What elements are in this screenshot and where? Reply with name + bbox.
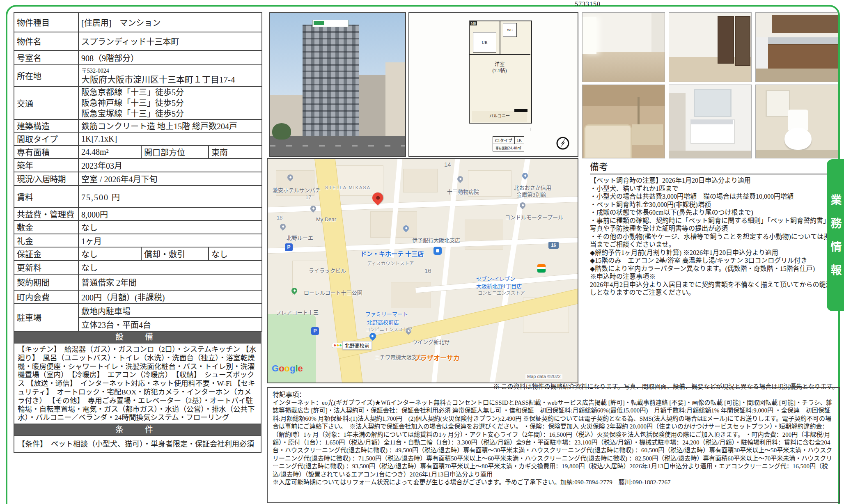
remark-paragraph: ◆15階のみ エアコン 2基/浴室 高温差し湯/キッチン 3口コンログリル付き (590, 257, 836, 265)
row-label2: 償却・敷引 (141, 247, 209, 261)
conditions-text: 【条件】 ペット相談（小型犬、猫可）・単身者限定・保証会社利用必須 (14, 436, 261, 453)
row-label: 物件種目 (14, 13, 78, 32)
row-floor-area: 専有面積 24.48m² 開口部方位 東南 (14, 145, 262, 158)
map-store-711-icon (537, 264, 546, 273)
row-room-number: 号室名 908（9階部分） (14, 50, 262, 65)
remark-paragraph: 2026年4月2日申込分より入居日までに契約書類を不備なく揃えて頂いてからの鍵渡… (590, 281, 836, 297)
row-value: 1ヶ月 (78, 234, 262, 247)
address-text: 大阪府大阪市淀川区十三本町１丁目17-4 (81, 74, 259, 85)
row-value: 〒532-0024 大阪府大阪市淀川区十三本町１丁目17-4 (78, 65, 262, 87)
building-exterior-photo (269, 12, 406, 157)
map-label: ライラックビル (309, 266, 346, 274)
row-label: 賃料 (14, 186, 78, 208)
row-guarantee: 保証金 なし 償却・敷引 なし (14, 247, 262, 261)
business-info-tab-label: 業務情報 (828, 194, 844, 288)
row-label: 駐車場 (14, 304, 78, 331)
floorplan-area-value: 24.48㎡ (508, 146, 521, 150)
access-line: 阪急宝塚線「十三」徒歩5分 (81, 108, 259, 119)
photo-grid (582, 12, 837, 158)
map-label: 16 (424, 267, 431, 274)
floorplan-room-label: 洋室 (7.1帖) (469, 62, 530, 74)
map-label: コンビニエンスストア (365, 326, 413, 332)
row-parking: 駐車場 敷地内駐車場 (14, 304, 262, 318)
map-label: プラザオーサカ (414, 353, 460, 362)
map-label: Map data ©2022 (525, 374, 562, 379)
map-label: 北野高校前 (342, 341, 372, 350)
row-label: 間取タイプ (14, 132, 78, 145)
row-value: 2023年03月 (78, 158, 262, 172)
floor-plan: MB UB WC 洋室 (7.1帖) バルコニー C1タイプ 1K 専有面積24… (408, 12, 578, 157)
floorplan-info-table: C1タイプ 1K 専有面積24.48㎡ (493, 136, 524, 151)
floorplan-area-label: 専有面積 (495, 147, 508, 150)
property-table: 物件種目 [住居用] マンション 物件名 スプランディッド十三本町 号室名 90… (14, 12, 261, 453)
map-label: My Dear (316, 216, 336, 222)
row-value: 阪急京都線「十三」徒歩5分 阪急神戸線「十三」徒歩5分 阪急宝塚線「十三」徒歩5… (78, 87, 262, 119)
row-value2: なし (209, 247, 262, 261)
row-value: 1K[7.1xK] (78, 132, 262, 145)
map-pin-gray-icon (279, 222, 287, 231)
map-label: 金庫第3別館 (516, 190, 546, 198)
remark-paragraph: ・小型犬、猫いずれか1匹まで (590, 185, 836, 193)
map-store-blue-icon (433, 247, 442, 255)
map-label: 北野高校前店 (367, 318, 399, 326)
building-photo-sign (312, 20, 349, 27)
row-contract-period: 契約期間 普通借家 2年間 (14, 274, 262, 290)
remark-paragraph: ※申込時の注意事項※ (590, 273, 836, 281)
row-neighborhood-fee: 町内会費 200円（月額）(非課税) (14, 290, 262, 304)
google-logo: Google (272, 363, 303, 374)
photo-living-room (582, 12, 665, 82)
row-label: 築年 (14, 158, 78, 172)
remark-paragraph: ・その他の小動物(檻やケージ、水槽等で飼うことを想定する小動物)については担当ま… (590, 233, 836, 249)
map-label: ウイング新北野 (412, 338, 450, 346)
row-value: 24.48m² (78, 145, 141, 158)
row-value: 8,000円 (78, 208, 262, 220)
postal-code: 〒532-0024 (81, 68, 259, 74)
map-label: 18 (277, 215, 282, 221)
floorplan-wc-label: WC (503, 23, 517, 37)
remark-paragraph: ・ペット飼育時礼金30,000円(非課税)増額 (590, 201, 836, 209)
document-number: 5733150 (575, 0, 636, 8)
property-name: スプランディッド十三本町 (78, 32, 262, 50)
header-rule (400, 8, 840, 8)
map-label: STELLA MIKASA (325, 185, 371, 190)
row-label: 交通 (14, 87, 78, 119)
row-label: 町内会費 (14, 290, 78, 304)
row-value: 敷地内駐車場 (78, 304, 262, 318)
map-label: ローレルコート十三公園 (304, 289, 362, 296)
floorplan-mb-label: MB (470, 21, 477, 25)
map-label: 17 (305, 194, 311, 200)
row-property-type: 物件種目 [住居用] マンション (14, 13, 262, 32)
row-label: 共益費・管理費 (14, 208, 78, 220)
location-map: 14激安ホテルサンパチSTELLA MIKASA17十三動物病院北おおさか信用金… (267, 158, 578, 383)
map-label: 激安ホテルサンパチ (273, 186, 321, 194)
equipment-section-header: 設 備 (14, 332, 261, 344)
business-info-tab[interactable]: 業務情報 (827, 159, 844, 311)
row-status: 現況/入居時期 空室 / 2026年4月下旬 (14, 172, 262, 186)
special-notes-footer: ※入居可能時期についてはリフォーム状況によって変更が生じる場合がございます。予め… (273, 479, 834, 486)
row-value: 鉄筋コンクリート造 地上15階 総戸数204戸 (78, 119, 262, 132)
access-line: 阪急神戸線「十三」徒歩5分 (81, 98, 259, 108)
row-label: 更新料 (14, 261, 78, 274)
row-label: 専有面積 (14, 145, 78, 158)
row-value: 200円（月額）(非課税) (78, 290, 262, 304)
map-label: ファミリーマート (365, 310, 408, 318)
map-label: コンドルモータープール (505, 213, 563, 221)
row-value: なし (78, 220, 262, 234)
special-notes-box: 特記事項： インターネット：eo光(ギガプライズ)★Wfiインターネット無料☆コ… (267, 387, 840, 503)
row-label2: 開口部方位 (141, 145, 209, 158)
floorplan-dimension-line (469, 129, 530, 129)
remark-paragraph: ・事前に種類の確認、契約時に「ペット飼育に関する細則」「ペット飼育誓約書」、写真… (590, 217, 836, 233)
remark-paragraph: ◆階数により室内カラーパターン異なります。(偶数階・奇数階・15階各住戸) (590, 265, 836, 273)
row-value2: 東南 (209, 145, 262, 158)
compass-icon (555, 135, 571, 151)
remark-paragraph: ◆解約予告1ヶ月前(月割り計算) ※2026年1月20日申込分より適用 (590, 249, 836, 257)
photo-bathroom (582, 85, 665, 158)
map-badge16-icon: 16 (548, 242, 559, 249)
rent-amount: 75,500 円 (78, 186, 262, 208)
row-rent: 賃料 75,500 円 (14, 186, 262, 208)
building-photo-tree (272, 123, 291, 140)
row-label: 敷金 (14, 220, 78, 234)
row-key-money: 礼金 1ヶ月 (14, 234, 262, 247)
map-parking-icon: P (311, 327, 319, 335)
row-value: なし (78, 261, 262, 274)
